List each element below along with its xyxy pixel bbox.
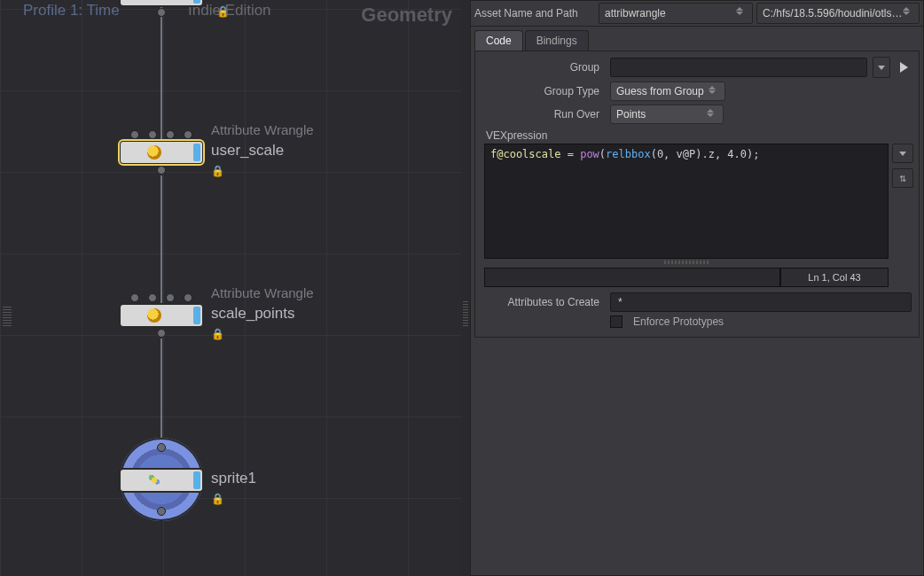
node-name-label: sprite1 xyxy=(211,470,256,487)
output-port[interactable] xyxy=(157,166,166,175)
enforce-checkbox[interactable] xyxy=(610,315,623,328)
node-type-label: Attribute Wrangle xyxy=(211,285,314,300)
input-port[interactable] xyxy=(157,443,166,452)
vex-label: VEXpression xyxy=(479,126,915,144)
context-label: Geometry xyxy=(361,4,452,27)
lock-icon: 🔒 xyxy=(211,493,224,505)
node-partial-top[interactable] xyxy=(119,0,204,7)
output-port[interactable] xyxy=(157,329,166,338)
input-port[interactable] xyxy=(148,130,157,139)
output-port[interactable] xyxy=(157,507,166,516)
sprite-icon xyxy=(147,473,161,487)
cursor-status: Ln 1, Col 43 xyxy=(780,268,889,287)
group-field[interactable] xyxy=(610,58,867,77)
group-label: Group xyxy=(482,61,605,74)
input-port[interactable] xyxy=(184,293,192,302)
asset-path-field[interactable]: C:/hfs/18.5.596/houdini/otls… xyxy=(756,3,920,24)
input-port[interactable] xyxy=(166,130,175,139)
tab-code[interactable]: Code xyxy=(474,30,523,51)
group-dropdown-icon[interactable] xyxy=(873,57,890,78)
asset-label: Asset Name and Path xyxy=(474,7,595,19)
code-slider-icon[interactable]: ⇅ xyxy=(892,168,913,188)
wrangle-icon xyxy=(147,308,161,323)
lock-icon: 🔒 xyxy=(211,328,224,340)
vex-code-editor[interactable]: f@coolscale = pow(relbbox(0, v@P).z, 4.0… xyxy=(484,144,889,259)
run-over-dropdown[interactable]: Points xyxy=(610,105,724,124)
attrs-input[interactable] xyxy=(616,295,905,309)
tab-bindings[interactable]: Bindings xyxy=(525,30,589,51)
attrs-field[interactable] xyxy=(610,292,912,312)
input-port[interactable] xyxy=(184,130,192,139)
group-type-dropdown[interactable]: Guess from Group xyxy=(610,82,725,101)
wrangle-icon xyxy=(147,145,161,160)
group-type-label: Group Type xyxy=(482,85,605,97)
asset-row: Asset Name and Path attribwrangle C:/hfs… xyxy=(471,1,923,27)
input-port[interactable] xyxy=(130,293,139,302)
parameter-pane: Asset Name and Path attribwrangle C:/hfs… xyxy=(470,0,924,576)
node-name-label: user_scale xyxy=(211,142,284,160)
node-type-label: Attribute Wrangle xyxy=(211,122,314,137)
code-resize-grip[interactable] xyxy=(484,261,889,266)
group-play-icon[interactable] xyxy=(896,62,912,73)
code-menu-icon[interactable] xyxy=(892,144,913,163)
lock-icon: 🔒 xyxy=(211,165,224,177)
input-port[interactable] xyxy=(166,293,175,302)
param-tabs: Code Bindings xyxy=(474,30,920,51)
input-port[interactable] xyxy=(130,130,139,139)
left-gutter xyxy=(0,0,16,576)
attrs-label: Attributes to Create xyxy=(482,296,605,308)
node-sprite1[interactable]: sprite1 🔒 xyxy=(119,468,204,493)
code-panel: Group Group Type Guess from Group xyxy=(474,51,920,338)
node-user-scale[interactable]: Attribute Wrangle user_scale 🔒 xyxy=(119,140,204,165)
enforce-label: Enforce Prototypes xyxy=(633,315,724,328)
profile-label: Profile 1: Time xyxy=(23,2,120,19)
code-status-field[interactable] xyxy=(484,268,780,287)
run-over-label: Run Over xyxy=(482,108,605,121)
pane-splitter[interactable] xyxy=(461,0,470,576)
node-name-label: scale_points xyxy=(211,305,295,323)
node-scale-points[interactable]: Attribute Wrangle scale_points 🔒 xyxy=(119,303,204,328)
input-port[interactable] xyxy=(148,293,157,302)
empty-area xyxy=(471,341,923,575)
asset-name-field[interactable]: attribwrangle xyxy=(599,3,753,24)
group-input[interactable] xyxy=(616,60,861,74)
network-view[interactable]: Profile 1: Time 🔒 Indie Edition Geometry… xyxy=(0,0,461,576)
